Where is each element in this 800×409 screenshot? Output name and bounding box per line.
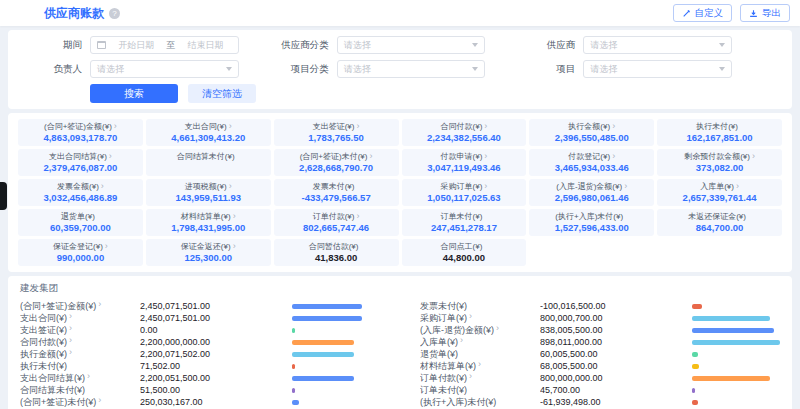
metric-row[interactable]: 入库单(¥)› 898,011,000.00 <box>420 336 780 348</box>
metric-tile[interactable]: 合同暂估款(¥)› 41,836.00 <box>274 239 399 266</box>
supplier-label: 供应商 <box>513 39 575 52</box>
metric-tile[interactable]: (合同+签证)未付(¥)› 2,628,668,790.70 <box>274 149 399 176</box>
metric-tile[interactable]: 剩余预付款金额(¥)› 373,082.00 <box>657 149 782 176</box>
supplier-placeholder: 请选择 <box>590 39 617 52</box>
drawer-handle[interactable] <box>0 182 7 210</box>
metric-row[interactable]: 支出合同结算(¥)› 2,200,051,500.00 <box>20 372 380 384</box>
metric-row[interactable]: (合同+签证)金额(¥)› 2,450,071,501.00 <box>20 300 380 312</box>
metric-bar-track <box>692 376 780 381</box>
metric-tile[interactable]: 支出合同(¥)› 4,661,309,413.20 <box>146 119 271 146</box>
help-icon[interactable]: ? <box>109 8 120 19</box>
metric-bar <box>692 376 770 381</box>
supplier-select[interactable]: 请选择 <box>583 36 732 54</box>
metric-tile[interactable]: 合同结算未付(¥)› <box>146 149 271 176</box>
metric-tile[interactable]: (合同+签证)金额(¥)› 4,863,093,178.70 <box>18 119 143 146</box>
search-button[interactable]: 搜索 <box>90 84 178 103</box>
metric-value: -100,016,500.00 <box>540 301 692 311</box>
chevron-down-icon <box>719 67 725 71</box>
metric-row[interactable]: 合同付款(¥)› 2,200,000,000.00 <box>20 336 380 348</box>
chevron-right-icon: › <box>233 211 236 221</box>
metric-value: 44,800.00 <box>405 252 524 264</box>
metric-tile[interactable]: 发票金额(¥)› 3,032,456,486.89 <box>18 179 143 206</box>
metric-label-text: 保证金返还(¥) <box>181 242 231 251</box>
metric-tile[interactable]: 入库单(¥)› 2,657,339,761.44 <box>657 179 782 206</box>
metric-tile[interactable]: 未返还保证金(¥)› 864,700.00 <box>657 209 782 236</box>
metric-tile[interactable]: 付款申请(¥)› 3,047,119,493.46 <box>402 149 527 176</box>
metric-label: 合同付款(¥)› <box>405 121 524 132</box>
metric-bar <box>292 304 362 309</box>
metric-tile[interactable]: 进项税额(¥)› 143,959,511.93 <box>146 179 271 206</box>
metric-tile[interactable]: 订单付款(¥)› 802,665,747.46 <box>274 209 399 236</box>
metric-label: 采购订单(¥)› <box>405 181 524 192</box>
metric-bar <box>692 400 698 405</box>
metric-tile[interactable]: 执行未付(¥)› 162,167,851.00 <box>657 119 782 146</box>
metric-value: 2,596,980,061.46 <box>532 192 651 204</box>
metric-value: 1,783,765.50 <box>277 132 396 144</box>
metric-tile[interactable]: 订单未付(¥)› 247,451,278.17 <box>402 209 527 236</box>
metric-label: 合同点工(¥)› <box>405 241 524 252</box>
metric-row[interactable]: 发票未付(¥)› -100,016,500.00 <box>420 300 780 312</box>
metric-tile[interactable]: 付款登记(¥)› 3,465,934,033.46 <box>529 149 654 176</box>
metric-bar <box>292 316 362 321</box>
metric-value: 2,396,550,485.00 <box>532 132 651 144</box>
metric-row[interactable]: (入库-退货)金额(¥)› 838,005,500.00 <box>420 324 780 336</box>
project-select[interactable]: 请选择 <box>583 60 732 78</box>
owner-placeholder: 请选择 <box>97 63 124 76</box>
group-name[interactable]: 建发集团 <box>20 282 780 295</box>
metric-tile[interactable]: 材料结算单(¥)› 1,798,431,995.00 <box>146 209 271 236</box>
metric-bar-track <box>292 316 380 321</box>
chevron-right-icon: › <box>484 181 487 191</box>
metric-tile[interactable]: 采购订单(¥)› 1,050,117,025.63 <box>402 179 527 206</box>
project-category-select[interactable]: 请选择 <box>337 60 486 78</box>
metric-tile[interactable]: 合同付款(¥)› 2,234,382,556.40 <box>402 119 527 146</box>
metric-tile[interactable]: 发票未付(¥)› -433,479,566.57 <box>274 179 399 206</box>
metric-row[interactable]: (执行+入库)未付(¥)› -61,939,498.00 <box>420 396 780 408</box>
owner-select[interactable]: 请选择 <box>90 60 239 78</box>
metric-tile[interactable]: 合同点工(¥)› 44,800.00 <box>402 239 527 266</box>
metric-bar-track <box>292 364 380 369</box>
metric-tile[interactable]: 保证金返还(¥)› 125,300.00 <box>146 239 271 266</box>
metric-row[interactable]: 退货单(¥)› 60,005,500.00 <box>420 348 780 360</box>
chevron-right-icon: › <box>109 151 112 161</box>
metric-value: -61,939,498.00 <box>540 397 692 407</box>
metric-label-text: 执行金额(¥) <box>568 122 610 131</box>
metric-row[interactable]: 订单付款(¥)› 800,000,000.00 <box>420 372 780 384</box>
metric-label: 支出签证(¥)› <box>277 121 396 132</box>
metric-label: 保证金返还(¥)› <box>149 241 268 252</box>
metric-row[interactable]: 支出签证(¥)› 0.00 <box>20 324 380 336</box>
metric-row[interactable]: (合同+签证)未付(¥)› 250,030,167.00 <box>20 396 380 408</box>
metric-label-text: 执行未付(¥) <box>696 122 738 131</box>
metric-tile[interactable]: (执行+入库)未付(¥)› 1,527,596,433.00 <box>529 209 654 236</box>
filter-supplier-category: 供应商分类 请选择 <box>267 36 486 54</box>
customize-button[interactable]: 自定义 <box>673 4 733 22</box>
metric-tile[interactable]: (入库-退货)金额(¥)› 2,596,980,061.46 <box>529 179 654 206</box>
supplier-category-label: 供应商分类 <box>267 39 329 52</box>
period-daterange-input[interactable]: 开始日期 至 结束日期 <box>90 36 239 54</box>
metric-label: 合同结算未付(¥)› <box>149 151 268 162</box>
metric-tile[interactable]: 支出合同结算(¥)› 2,379,476,087.00 <box>18 149 143 176</box>
metric-value: -433,479,566.57 <box>277 192 396 204</box>
metric-label: 退货单(¥)› <box>21 211 140 222</box>
edit-icon <box>682 9 691 18</box>
metric-row[interactable]: 合同结算未付(¥)› 51,500.00 <box>20 384 380 396</box>
metric-bar <box>292 376 354 381</box>
project-category-placeholder: 请选择 <box>344 63 371 76</box>
metric-tile[interactable]: 执行金额(¥)› 2,396,550,485.00 <box>529 119 654 146</box>
metric-label-text: 合同结算未付(¥) <box>177 152 235 161</box>
metric-bar-track <box>692 316 780 321</box>
metric-row[interactable]: 执行未付(¥)› 71,502.00 <box>20 360 380 372</box>
metric-row[interactable]: 支出合同(¥)› 2,450,071,501.00 <box>20 312 380 324</box>
chevron-right-icon: › <box>356 211 359 221</box>
chevron-down-icon <box>226 67 232 71</box>
clear-filters-button[interactable]: 清空筛选 <box>188 84 256 103</box>
export-button[interactable]: 导出 <box>740 4 790 22</box>
metric-row[interactable]: 采购订单(¥)› 800,000,700.00 <box>420 312 780 324</box>
metric-tile[interactable]: 退货单(¥)› 60,359,700.00 <box>18 209 143 236</box>
metric-row[interactable]: 订单未付(¥)› 45,700.00 <box>420 384 780 396</box>
supplier-category-select[interactable]: 请选择 <box>337 36 486 54</box>
metric-row[interactable]: 材料结算单(¥)› 68,005,500.00 <box>420 360 780 372</box>
metric-row[interactable]: 执行金额(¥)› 2,200,071,502.00 <box>20 348 380 360</box>
metric-tile[interactable]: 保证金登记(¥)› 990,000.00 <box>18 239 143 266</box>
metric-value: 4,863,093,178.70 <box>21 132 140 144</box>
metric-tile[interactable]: 支出签证(¥)› 1,783,765.50 <box>274 119 399 146</box>
